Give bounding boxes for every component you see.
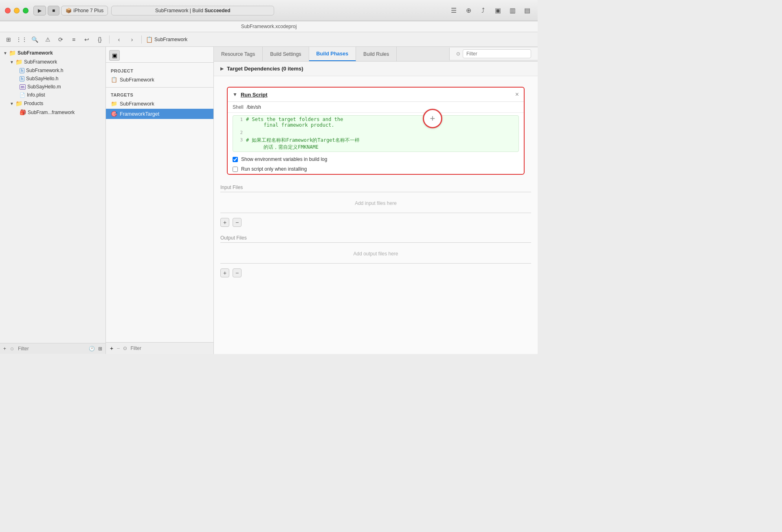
inspector-toggle[interactable]: ▣	[109, 50, 120, 61]
sidebar: ▼ 📁 SubFramework ▼ 📁 SubFramework h SubF…	[0, 47, 106, 354]
device-icon: 📦	[66, 8, 72, 13]
sidebar-item-subsayhello-h[interactable]: h SubSayHello.h	[0, 75, 105, 83]
show-env-checkbox[interactable]	[233, 157, 238, 162]
build-phases-filter[interactable]	[463, 49, 531, 58]
refresh-icon[interactable]: ⟳	[55, 34, 66, 45]
breadcrumb: 📋 SubFramework	[146, 36, 187, 43]
sidebar-item-subsayhello-m[interactable]: m SubSayHello.m	[0, 83, 105, 91]
panel-item-target-subframework[interactable]: 📁 SubFramework	[106, 99, 213, 109]
project-file-icon: 📋	[111, 77, 117, 83]
section-header-project: PROJECT	[106, 66, 213, 75]
install-only-label: Run script only when installing	[241, 166, 307, 172]
add-file-button[interactable]: +	[3, 346, 6, 352]
output-files-bottom-divider	[220, 263, 531, 264]
tab-build-rules[interactable]: Build Rules	[356, 47, 397, 61]
grid-icon[interactable]: ⊞	[3, 34, 14, 45]
hierarchy-icon[interactable]: ⊞	[98, 346, 102, 352]
panel-target-subframework: SubFramework	[120, 101, 154, 107]
clock-icon[interactable]: 🕐	[89, 346, 95, 352]
grid2-icon[interactable]: ⋮⋮	[16, 34, 27, 45]
code-editor[interactable]: 1 # Sets the target folders and the fina…	[233, 115, 519, 152]
sidebar-file-label: Info.plist	[27, 92, 45, 98]
chevron-right-icon: ▶	[220, 66, 224, 71]
code-line-2: 2	[233, 129, 518, 136]
h-file-icon: h	[20, 68, 24, 73]
sidebar-bottom: + ⊙ 🕐 ⊞	[0, 343, 105, 354]
target-dep-title: Target Dependencies (0 items)	[227, 66, 303, 72]
panel-filter-input[interactable]	[130, 345, 209, 351]
device-selector[interactable]: 📦 iPhone 7 Plus	[61, 6, 108, 15]
input-files-placeholder: Add input files here	[220, 196, 531, 211]
back-icon[interactable]: ↩	[81, 34, 92, 45]
build-status-word: Succeeded	[204, 8, 230, 13]
tab-build-settings[interactable]: Build Settings	[263, 47, 309, 61]
chevron-down-icon: ▼	[10, 101, 14, 106]
target-dependencies-header[interactable]: ▶ Target Dependencies (0 items)	[214, 62, 538, 76]
editor-tabs: Resource Tags Build Settings Build Phase…	[214, 47, 449, 61]
add-phase-button[interactable]: +	[423, 109, 442, 128]
run-script-close-button[interactable]: ×	[515, 91, 519, 98]
traffic-lights	[5, 8, 29, 13]
checkbox-show-env-row: Show environment variables in build log	[228, 154, 524, 164]
tab-resource-tags[interactable]: Resource Tags	[214, 47, 263, 61]
checkbox-install-only-row: Run script only when installing	[228, 164, 524, 174]
code-icon[interactable]: {}	[94, 34, 105, 45]
nav-next-button[interactable]: ›	[127, 34, 137, 45]
remove-input-file-button[interactable]: −	[233, 218, 242, 227]
nav-prev-button[interactable]: ‹	[114, 34, 124, 45]
minimize-button[interactable]	[14, 8, 20, 13]
add-target-button[interactable]: +	[110, 345, 113, 352]
tab-build-phases[interactable]: Build Phases	[309, 47, 356, 61]
chevron-down-icon: ▼	[3, 51, 7, 55]
menu-icon[interactable]: ☰	[448, 5, 459, 16]
sidebar-item-subframework-folder[interactable]: ▼ 📁 SubFramework	[0, 57, 105, 66]
output-files-controls: + −	[220, 267, 531, 279]
forward-icon[interactable]: ⤴	[477, 5, 489, 16]
panel-target-framework: FrameworkTarget	[120, 111, 159, 117]
editor-area: Resource Tags Build Settings Build Phase…	[214, 47, 538, 354]
shell-input[interactable]	[247, 104, 519, 110]
line-number: 3	[233, 137, 246, 143]
warning-icon[interactable]: ⚠	[42, 34, 53, 45]
show-env-label: Show environment variables in build log	[241, 156, 327, 162]
divider	[106, 87, 213, 88]
breadcrumb-icon: 📋	[146, 36, 153, 43]
maximize-button[interactable]	[23, 8, 29, 13]
build-phases-content: ▶ Target Dependencies (0 items) ▼ Run Sc…	[214, 62, 538, 354]
sidebar-item-subframework-h[interactable]: h SubFramework.h	[0, 66, 105, 75]
play-button[interactable]: ▶	[33, 6, 46, 15]
link-icon[interactable]: ⊕	[463, 5, 474, 16]
add-output-file-button[interactable]: +	[220, 268, 229, 277]
remove-target-button[interactable]: −	[116, 345, 120, 352]
inspector-bar: ▣	[106, 47, 213, 63]
folder-icon: 📁	[15, 100, 22, 107]
panel-item-target-framework[interactable]: 🎯 FrameworkTarget	[106, 109, 213, 119]
list-icon[interactable]: ≡	[68, 34, 79, 45]
panel-bottom: + − ⊙	[106, 342, 213, 354]
folder-icon: 📁	[15, 59, 22, 65]
sidebar-item-products-folder[interactable]: ▼ 📁 Products	[0, 99, 105, 108]
install-only-checkbox[interactable]	[233, 167, 238, 172]
h-file-icon: h	[20, 76, 24, 81]
device-name: iPhone 7 Plus	[73, 8, 103, 13]
layout3-icon[interactable]: ▤	[521, 5, 533, 16]
layout1-icon[interactable]: ▣	[492, 5, 503, 16]
sidebar-item-root[interactable]: ▼ 📁 SubFramework	[0, 48, 105, 57]
stop-button[interactable]: ■	[48, 6, 59, 15]
filter-bar: ⊙	[449, 48, 538, 60]
search-icon[interactable]: 🔍	[29, 34, 40, 45]
panel-item-project[interactable]: 📋 SubFramework	[106, 75, 213, 85]
plist-icon: 📄	[20, 92, 25, 98]
sidebar-item-infoplist[interactable]: 📄 Info.plist	[0, 91, 105, 99]
sidebar-item-framework[interactable]: 🎒 SubFram...framework	[0, 108, 105, 117]
sidebar-folder-label: SubFramework	[24, 59, 57, 65]
remove-output-file-button[interactable]: −	[233, 268, 242, 277]
add-input-file-button[interactable]: +	[220, 218, 229, 227]
code-text: # Sets the target folders and the final …	[246, 117, 343, 128]
layout2-icon[interactable]: ▥	[507, 5, 518, 16]
close-button[interactable]	[5, 8, 11, 13]
code-text	[246, 130, 249, 135]
sidebar-filter-input[interactable]	[18, 346, 86, 352]
code-line-1: 1 # Sets the target folders and the fina…	[233, 116, 518, 129]
line-number: 1	[233, 117, 246, 122]
